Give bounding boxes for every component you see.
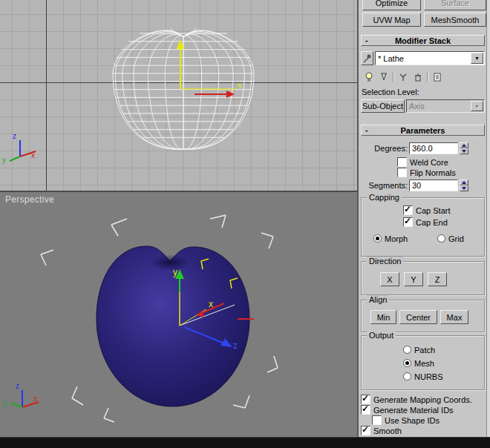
align-group: Align Min Center Max — [361, 300, 485, 332]
weld-core-checkbox[interactable] — [397, 157, 407, 167]
gizmo-z-label: z — [233, 340, 238, 351]
segments-label: Segments: — [365, 181, 408, 190]
make-unique-button[interactable] — [397, 71, 409, 83]
degrees-value: 360.0 — [412, 144, 433, 153]
edit-stack-button[interactable] — [431, 71, 443, 83]
front-viewport-canvas: x z x y — [0, 0, 358, 191]
parameters-rollout[interactable]: - Parameters — [361, 125, 485, 136]
track-bar[interactable] — [0, 437, 490, 448]
smooth-checkbox[interactable] — [361, 426, 370, 435]
viewport-perspective[interactable]: y x z z x y Perspective — [0, 192, 358, 437]
segments-spinner — [460, 179, 468, 191]
current-modifier: * Lathe — [378, 54, 404, 63]
remove-modifier-button[interactable] — [412, 71, 424, 83]
align-group-title: Align — [367, 295, 389, 304]
viewport-front[interactable]: x z x y — [0, 0, 358, 191]
trash-icon — [413, 72, 423, 82]
gizmo-x-label: x — [209, 299, 213, 309]
command-panel: Optimize Surface UVW Map MeshSmooth - Mo… — [359, 0, 486, 437]
tripod-x-label: x — [33, 395, 37, 403]
direction-z-button[interactable]: Z — [428, 272, 447, 286]
sub-object-level-dropdown: Axis — [406, 99, 485, 113]
tripod-y-label: y — [2, 156, 6, 164]
active-toggle-button[interactable] — [363, 71, 375, 83]
output-mesh-label: Mesh — [414, 359, 434, 368]
weld-core-label: Weld Core — [410, 158, 448, 167]
output-nurbs-radio[interactable] — [403, 372, 411, 381]
output-group: Output Patch Mesh NURBS — [361, 335, 485, 390]
direction-group-title: Direction — [367, 257, 403, 266]
output-patch-radio[interactable] — [403, 346, 411, 354]
tripod-y-label: y — [3, 399, 7, 407]
grid-radio[interactable] — [437, 234, 445, 243]
direction-y-button[interactable]: Y — [404, 272, 423, 286]
viewport-axis-tripod: z x y — [2, 132, 36, 164]
viewport-label[interactable]: Perspective — [5, 194, 54, 205]
toolbar-separator — [427, 72, 428, 82]
meshsmooth-button[interactable]: MeshSmooth — [424, 13, 486, 27]
degrees-label: Degrees: — [373, 144, 408, 153]
apple-dimple-shading — [151, 254, 189, 271]
segments-input[interactable]: 30 — [409, 179, 458, 191]
morph-label: Morph — [385, 234, 408, 243]
align-center-button[interactable]: Center — [399, 310, 437, 324]
capping-group-title: Capping — [367, 193, 402, 202]
tripod-z-label: z — [16, 382, 19, 390]
morph-radio[interactable] — [373, 234, 382, 243]
gizmo-x-label: x — [238, 80, 242, 89]
uvw-map-button[interactable]: UVW Map — [362, 13, 421, 27]
segments-spin-down[interactable] — [460, 185, 468, 191]
flip-normals-label: Flip Normals — [410, 168, 456, 177]
modifier-stack-dropdown[interactable]: * Lathe — [375, 51, 485, 65]
degrees-spinner — [460, 142, 468, 154]
show-end-result-button[interactable] — [378, 71, 390, 83]
gizmo-y-label: y — [173, 267, 177, 277]
test-tube-icon — [379, 72, 389, 82]
sub-object-level-value: Axis — [409, 102, 425, 111]
modifier-stack-rollout[interactable]: - Modifier Stack — [361, 35, 485, 46]
use-shape-ids-checkbox[interactable] — [372, 415, 382, 425]
output-patch-label: Patch — [414, 346, 435, 355]
make-unique-icon — [398, 72, 408, 82]
segments-value: 30 — [412, 181, 421, 190]
cap-end-label: Cap End — [416, 218, 448, 227]
cap-start-checkbox[interactable] — [403, 205, 413, 215]
direction-x-button[interactable]: X — [380, 272, 399, 286]
gizmo-x-arrowhead[interactable] — [226, 90, 235, 98]
generate-mapping-coords-label: Generate Mapping Coords. — [373, 395, 472, 404]
degrees-input[interactable]: 360.0 — [409, 142, 458, 154]
tripod-z-label: z — [13, 132, 16, 140]
viewport-axis-tripod: z x y — [3, 382, 39, 407]
pin-icon — [362, 53, 372, 63]
capping-group: Capping Cap Start Cap End Morph Grid — [361, 197, 485, 257]
pin-stack-button[interactable] — [361, 51, 373, 65]
flip-normals-checkbox[interactable] — [397, 168, 407, 177]
collapse-icon[interactable]: - — [365, 36, 368, 45]
toolbar-separator — [393, 72, 394, 82]
book-icon — [432, 72, 442, 82]
degrees-spin-up[interactable] — [460, 142, 468, 148]
tripod-x-label: x — [31, 151, 35, 159]
surface-button: Surface — [424, 0, 486, 10]
panel-scrollbar[interactable] — [486, 0, 490, 437]
segments-spin-up[interactable] — [460, 179, 468, 185]
align-min-button[interactable]: Min — [370, 310, 396, 324]
dropdown-arrow-icon[interactable] — [471, 53, 483, 64]
direction-group: Direction X Y Z — [361, 261, 485, 295]
transform-gizmo[interactable]: x — [177, 39, 242, 98]
rollout-title: Parameters — [401, 126, 445, 135]
selection-level-label: Selection Level: — [362, 88, 419, 96]
degrees-spin-down[interactable] — [460, 148, 468, 154]
generate-material-ids-label: Generate Material IDs — [373, 406, 454, 415]
collapse-icon[interactable]: - — [365, 125, 368, 134]
grid-label: Grid — [448, 234, 464, 243]
use-shape-ids-label: Use Shape IDs — [385, 416, 440, 425]
3dsmax-window: x z x y — [0, 0, 490, 448]
sub-object-button[interactable]: Sub-Object — [361, 99, 405, 113]
output-mesh-radio[interactable] — [403, 359, 411, 367]
cap-end-checkbox[interactable] — [403, 217, 413, 227]
align-max-button[interactable]: Max — [440, 310, 468, 324]
optimize-button[interactable]: Optimize — [362, 0, 421, 10]
rollout-title: Modifier Stack — [395, 36, 451, 45]
generate-material-ids-checkbox[interactable] — [361, 405, 370, 415]
